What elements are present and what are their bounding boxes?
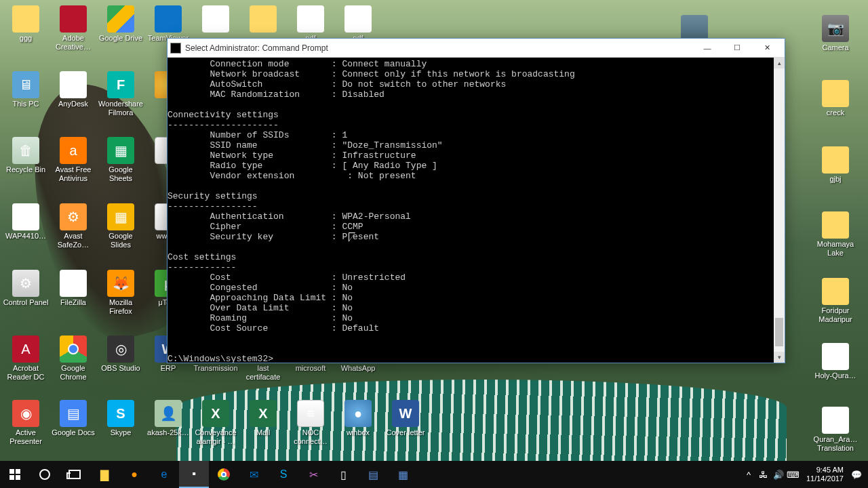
app-icon: W: [392, 400, 419, 427]
icon-label: ERP: [145, 364, 191, 373]
cmd-window[interactable]: Select Administrator: Command Prompt — ☐…: [167, 38, 785, 363]
taskbar-clock[interactable]: 9:45 AM 11/14/2017: [801, 466, 849, 483]
minimize-button[interactable]: —: [692, 39, 722, 57]
desktop-icon[interactable]: XMail: [240, 400, 286, 437]
desktop-icon[interactable]: epdf: [288, 5, 334, 43]
start-button[interactable]: [0, 461, 30, 488]
desktop-icon[interactable]: Google Chrome: [50, 336, 96, 382]
icon-label: Quran_Ara… Translation: [812, 435, 859, 453]
desktop-icon[interactable]: epdf: [335, 5, 381, 43]
app-icon: 🖥: [12, 71, 39, 98]
desktop-icon[interactable]: Adobe Creative…: [50, 5, 96, 52]
desktop-icon[interactable]: ◎OBS Studio: [98, 336, 144, 373]
desktop-icon[interactable]: Foridpur Madaripur: [812, 278, 859, 324]
cmd-icon: [170, 43, 181, 54]
taskbar-skype[interactable]: S: [269, 461, 298, 488]
app-icon: ▦: [107, 137, 134, 164]
cmd-scrollbar[interactable]: ▴ ▾: [774, 58, 785, 363]
taskbar-snip[interactable]: ✂: [298, 461, 328, 488]
scroll-up-icon[interactable]: ▴: [774, 58, 785, 68]
scroll-track[interactable]: [774, 68, 785, 352]
desktop-icon[interactable]: ▤Google Docs: [50, 400, 96, 437]
desktop-icon[interactable]: WCover letter: [382, 400, 429, 437]
desktop-icon[interactable]: ◉Active Presenter: [3, 400, 49, 446]
desktop-icon[interactable]: FWondershare Filmora: [98, 71, 144, 117]
taskbar-edge[interactable]: e: [149, 461, 179, 488]
tray-network-icon[interactable]: 🖧: [756, 470, 771, 480]
scroll-thumb[interactable]: [775, 318, 783, 346]
desktop-icon[interactable]: ●winbox: [335, 400, 381, 437]
desktop-icon[interactable]: eHoly-Qura…: [812, 343, 859, 380]
app-icon: ◆: [60, 71, 87, 98]
desktop-icon[interactable]: 👤akash-25k…: [145, 400, 191, 437]
app-icon: e: [12, 203, 39, 230]
desktop-icon[interactable]: Mohamaya Lake: [812, 211, 859, 258]
desktop-icon[interactable]: 🗑Recycle Bin: [3, 137, 49, 174]
taskbar-app1[interactable]: ▤: [358, 461, 388, 488]
icon-label: Google Drive: [98, 34, 144, 43]
icon-label: OBS Studio: [98, 364, 144, 373]
taskbar-notepad[interactable]: ▯: [328, 461, 358, 488]
app-icon: S: [107, 400, 134, 427]
taskbar-cmd[interactable]: ▪: [179, 461, 209, 488]
desktop-icon[interactable]: Google Drive: [98, 5, 144, 43]
icon-label: Google Docs: [50, 428, 96, 437]
desktop-icon[interactable]: ggg: [3, 5, 49, 43]
desktop-icon[interactable]: FzFileZilla: [50, 270, 96, 307]
desktop-icon[interactable]: ⚙Avast SafeZo…: [50, 203, 96, 249]
maximize-button[interactable]: ☐: [722, 39, 752, 57]
close-button[interactable]: ✕: [752, 39, 782, 57]
desktop-icon[interactable]: ▦Google Sheets: [98, 137, 144, 183]
desktop-icon[interactable]: eWAP4410…: [3, 203, 49, 241]
cortana-button[interactable]: [30, 461, 60, 488]
taskbar-chrome[interactable]: [209, 461, 239, 488]
desktop-icon[interactable]: 🦊Mozilla Firefox: [98, 270, 144, 316]
cmd-titlebar[interactable]: Select Administrator: Command Prompt — ☐…: [167, 39, 785, 58]
desktop-icon[interactable]: ◆AnyDesk: [50, 71, 96, 108]
desktop-icon[interactable]: [240, 5, 286, 34]
desktop-icon[interactable]: ⚙Control Panel: [3, 270, 49, 307]
app-icon: Fz: [60, 270, 87, 297]
desktop-icon[interactable]: ▦Google Slides: [98, 203, 144, 249]
desktop-icon[interactable]: creck: [812, 80, 859, 117]
icon-label: FileZilla: [50, 298, 96, 307]
app-icon: [60, 336, 87, 363]
desktop-icon[interactable]: 🖥This PC: [3, 71, 49, 108]
app-icon: [107, 5, 134, 33]
taskbar-file-explorer[interactable]: ▇: [90, 461, 119, 488]
app-icon: a: [60, 137, 87, 164]
tray-up-icon[interactable]: ^: [741, 470, 756, 480]
app-icon: A: [12, 336, 39, 363]
desktop-icon[interactable]: 📷Camera: [812, 15, 859, 52]
desktop-icon[interactable]: aAvast Free Antivirus: [50, 137, 96, 183]
desktop-icon[interactable]: ◆: [193, 5, 239, 34]
desktop-icon[interactable]: XConveyance alamgir - …: [193, 400, 239, 446]
taskbar-firefox[interactable]: ●: [119, 461, 149, 488]
desktop-icon[interactable]: ≡NOC connect…: [288, 400, 334, 446]
desktop-icon[interactable]: AAcrobat Reader DC: [3, 336, 49, 382]
app-icon: ◎: [107, 336, 134, 363]
taskbar-outlook[interactable]: ✉: [239, 461, 269, 488]
app-icon: ≡: [297, 400, 324, 427]
icon-label: winbox: [335, 428, 381, 437]
desktop-icon[interactable]: TeamViewer: [145, 5, 191, 43]
icon-label: Avast SafeZo…: [50, 232, 96, 249]
taskbar-time: 9:45 AM: [806, 466, 844, 474]
cmd-output[interactable]: Connection mode : Connect manually Netwo…: [167, 58, 774, 363]
taskview-button[interactable]: [60, 461, 90, 488]
desktop-icon[interactable]: gjbj: [812, 146, 859, 184]
taskbar[interactable]: ▇ ● e ▪ ✉ S ✂ ▯ ▤ ▦ ^ 🖧 🔊 ⌨ 9:45 AM 11/1…: [0, 461, 868, 488]
taskbar-date: 11/14/2017: [806, 474, 844, 483]
icon-label: Google Sheets: [98, 165, 144, 183]
tray-volume-icon[interactable]: 🔊: [771, 470, 786, 480]
desktop-icon[interactable]: eQuran_Ara… Translation: [812, 407, 859, 453]
taskbar-app2[interactable]: ▦: [388, 461, 418, 488]
icon-label: AnyDesk: [50, 100, 96, 108]
tray-notifications-icon[interactable]: 💬: [849, 470, 864, 480]
scroll-down-icon[interactable]: ▾: [774, 352, 785, 363]
tray-lang-icon[interactable]: ⌨: [786, 470, 801, 480]
system-tray[interactable]: ^ 🖧 🔊 ⌨ 9:45 AM 11/14/2017 💬: [737, 466, 868, 483]
desktop-icon[interactable]: SSkype: [98, 400, 144, 437]
icon-label: WhatsApp: [335, 364, 381, 373]
icon-label: Adobe Creative…: [50, 34, 96, 52]
